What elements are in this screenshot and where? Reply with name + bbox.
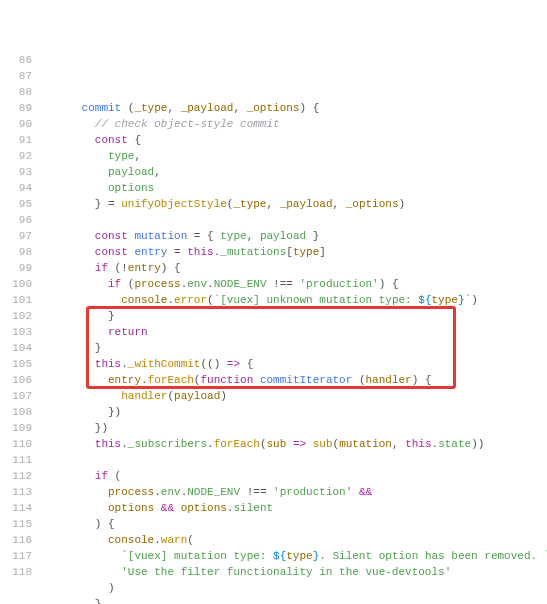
token-kw: this (95, 358, 121, 370)
token-num: _type (233, 198, 266, 210)
token-kw: && (161, 502, 174, 514)
token-plain (42, 518, 95, 530)
token-pun: ) (471, 294, 478, 306)
line-number: 118 (0, 564, 32, 580)
line-number: 114 (0, 500, 32, 516)
token-pun: { (128, 134, 141, 146)
token-pun: } (95, 342, 102, 354)
token-plain (42, 198, 95, 210)
token-prop: env (187, 278, 207, 290)
token-num: options (181, 502, 227, 514)
token-plain (42, 150, 108, 162)
line-number: 93 (0, 164, 32, 180)
token-plain (42, 326, 108, 338)
line-number: 107 (0, 388, 32, 404)
line-number: 88 (0, 84, 32, 100)
token-kw: return (108, 326, 148, 338)
token-pun: [ (286, 246, 293, 258)
code-line: ) { (42, 516, 547, 532)
token-pun: ( (121, 102, 134, 114)
line-number: 115 (0, 516, 32, 532)
code-line: }) (42, 404, 547, 420)
token-prop: NODE_ENV (214, 278, 267, 290)
token-num: entry (128, 262, 161, 274)
line-number: 100 (0, 276, 32, 292)
token-plain (42, 582, 108, 594)
token-pun: } (108, 310, 115, 322)
line-number: 106 (0, 372, 32, 388)
token-def: commitIterator (260, 374, 352, 386)
token-plain (42, 374, 108, 386)
token-num: process (134, 278, 180, 290)
token-fn: sub (313, 438, 333, 450)
token-num: type (293, 246, 319, 258)
line-number: 116 (0, 532, 32, 548)
token-pun: . (141, 374, 148, 386)
token-pun: !== (240, 486, 273, 498)
token-prop: NODE_ENV (187, 486, 240, 498)
token-plain (42, 262, 95, 274)
line-number: 101 (0, 292, 32, 308)
token-def: mutation (134, 230, 187, 242)
token-str: 'production' (273, 486, 352, 498)
code-line: } (42, 308, 547, 324)
token-plain (42, 470, 95, 482)
token-plain (42, 502, 108, 514)
token-pun: . (154, 486, 161, 498)
code-line: ) (42, 580, 547, 596)
code-line (42, 452, 547, 468)
token-str: 'production' (300, 278, 379, 290)
line-number: 99 (0, 260, 32, 276)
line-number: 89 (0, 100, 32, 116)
line-number: 110 (0, 436, 32, 452)
token-pun: ) { (379, 278, 399, 290)
code-line: } (42, 340, 547, 356)
line-number: 90 (0, 116, 32, 132)
token-kw: const (95, 230, 128, 242)
token-num: payload (174, 390, 220, 402)
line-number-gutter: 8687888990919293949596979899100101102103… (0, 52, 42, 604)
code-line: if ( (42, 468, 547, 484)
token-str: 'Use the filter functionality in the vue… (121, 566, 451, 578)
token-plain (42, 438, 95, 450)
token-plain (42, 390, 121, 402)
token-pun: ) (220, 390, 227, 402)
token-def: commit (82, 102, 122, 114)
line-number: 103 (0, 324, 32, 340)
token-pun (286, 438, 293, 450)
code-line (42, 212, 547, 228)
token-pun: ] (319, 246, 326, 258)
token-kw: if (95, 470, 108, 482)
token-pun (306, 438, 313, 450)
token-fn: _withCommit (128, 358, 201, 370)
line-number: 109 (0, 420, 32, 436)
line-number: 102 (0, 308, 32, 324)
token-num: mutation (339, 438, 392, 450)
code-area: commit (_type, _payload, _options) { // … (42, 52, 547, 604)
code-line: options (42, 180, 547, 196)
token-pun: . (207, 438, 214, 450)
token-num: type (432, 294, 458, 306)
token-str: `[vuex] unknown mutation type: (214, 294, 419, 306)
token-pun: ) { (161, 262, 181, 274)
code-line: return (42, 324, 547, 340)
token-plain (42, 534, 108, 546)
token-plain (42, 102, 82, 114)
token-fn: warn (161, 534, 187, 546)
token-fn: forEach (148, 374, 194, 386)
token-pun: } (95, 598, 102, 604)
token-plain (42, 422, 95, 434)
line-number: 98 (0, 244, 32, 260)
token-pun: ) { (95, 518, 115, 530)
token-pun: , (134, 150, 141, 162)
token-plain (42, 342, 95, 354)
line-number: 95 (0, 196, 32, 212)
token-num: _payload (280, 198, 333, 210)
code-line: this._subscribers.forEach(sub => sub(mut… (42, 436, 547, 452)
token-pun: }) (95, 422, 108, 434)
code-line: type, (42, 148, 547, 164)
code-line: `[vuex] mutation type: ${type}. Silent o… (42, 548, 547, 564)
token-prop: payload (260, 230, 306, 242)
token-plain (42, 310, 108, 322)
code-line: payload, (42, 164, 547, 180)
